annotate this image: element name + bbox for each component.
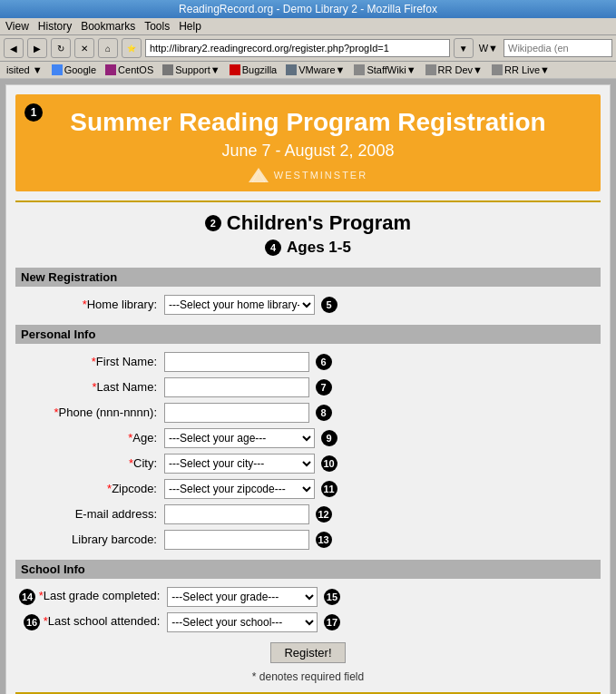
westminster-logo-icon: [249, 168, 269, 182]
svg-marker-0: [249, 168, 269, 182]
age-row: *Age: ---Select your age--- 9: [15, 425, 601, 451]
barcode-badge: 13: [316, 532, 332, 548]
school-badge-left: 16: [24, 614, 40, 630]
home-library-select[interactable]: ---Select your home library---: [164, 295, 315, 315]
school-info-table: 14 *Last grade completed: ---Select your…: [15, 584, 601, 635]
banner-logo-text: WESTMINSTER: [274, 170, 367, 181]
title-bar: ReadingRecord.org - Demo Library 2 - Moz…: [0, 0, 616, 18]
age-select[interactable]: ---Select your age---: [164, 428, 315, 448]
grade-label: 14 *Last grade completed:: [15, 584, 163, 610]
barcode-input[interactable]: [164, 530, 309, 550]
program-title-text: Children's Program: [227, 211, 411, 235]
staffwiki-icon: [354, 64, 365, 75]
city-badge: 10: [321, 455, 337, 472]
required-note: * denotes required field: [15, 670, 601, 683]
zipcode-select[interactable]: ---Select your zipcode---: [164, 479, 315, 499]
banner-badge: 1: [24, 103, 43, 122]
program-title: 2 Children's Program: [15, 211, 601, 235]
search-input[interactable]: [504, 39, 612, 57]
rrdev-icon: [425, 64, 436, 75]
phone-label: *Phone (nnn-nnnn):: [15, 400, 161, 425]
back-button[interactable]: ◀: [4, 38, 24, 58]
banner-subtitle: June 7 - August 2, 2008: [24, 142, 592, 161]
bugzilla-icon: [230, 64, 240, 75]
barcode-label: Library barcode:: [15, 527, 161, 552]
menu-bar: View History Bookmarks Tools Help: [0, 18, 616, 35]
grade-select[interactable]: ---Select your grade---: [167, 587, 318, 607]
bookmark-centos[interactable]: CentOS: [103, 64, 156, 76]
first-name-label: *First Name:: [15, 349, 161, 375]
last-name-badge: 7: [316, 379, 332, 396]
bookmark-rrdev[interactable]: RR Dev▼: [423, 64, 485, 76]
support-icon: [162, 64, 173, 75]
bookmark-staffwiki[interactable]: StaffWiki▼: [351, 64, 418, 76]
reload-button[interactable]: ↻: [51, 38, 71, 58]
zipcode-row: *Zipcode: ---Select your zipcode--- 11: [15, 476, 601, 502]
stop-button[interactable]: ✕: [74, 38, 94, 58]
email-row: E-mail address: 12: [15, 502, 601, 527]
bookmark-support[interactable]: Support▼: [160, 64, 222, 76]
bookmark-visited[interactable]: isited ▼: [4, 64, 45, 76]
first-name-badge: 6: [316, 354, 332, 370]
ages-badge: 4: [265, 239, 281, 256]
menu-bookmarks[interactable]: Bookmarks: [81, 20, 135, 33]
page-content: 1 Summer Reading Program Registration Ju…: [5, 84, 611, 694]
menu-history[interactable]: History: [38, 20, 72, 33]
phone-badge: 8: [316, 405, 332, 421]
address-bar[interactable]: [145, 39, 450, 57]
footer-divider: [15, 692, 601, 694]
home-library-row: *Home library: ---Select your home libra…: [15, 292, 601, 318]
window-title: ReadingRecord.org - Demo Library 2 - Moz…: [179, 3, 437, 15]
first-name-input[interactable]: [164, 352, 309, 372]
toolbar: ◀ ▶ ↻ ✕ ⌂ ⭐ ▼ W▼: [0, 35, 616, 62]
bookmarks-bar: isited ▼ Google CentOS Support▼ Bugzilla…: [0, 62, 616, 79]
bookmark-bugzilla[interactable]: Bugzilla: [227, 64, 280, 76]
home-library-label: *Home library:: [15, 292, 161, 318]
banner-title: Summer Reading Program Registration: [24, 107, 592, 138]
google-icon: [52, 64, 63, 75]
home-library-badge: 5: [321, 297, 337, 313]
school-badge-right: 17: [324, 614, 340, 630]
grade-row: 14 *Last grade completed: ---Select your…: [15, 584, 601, 610]
email-label: E-mail address:: [15, 502, 161, 527]
email-input[interactable]: [164, 504, 309, 524]
menu-tools[interactable]: Tools: [144, 20, 170, 33]
barcode-row: Library barcode: 13: [15, 527, 601, 552]
bookmark-rrlive[interactable]: RR Live▼: [489, 64, 552, 76]
city-label: *City:: [15, 451, 161, 476]
menu-view[interactable]: View: [5, 20, 29, 33]
program-badge: 2: [205, 215, 221, 231]
city-select[interactable]: ---Select your city---: [164, 454, 315, 474]
centos-icon: [105, 64, 116, 75]
menu-help[interactable]: Help: [179, 20, 201, 33]
email-badge: 12: [316, 506, 332, 523]
last-name-input[interactable]: [164, 377, 309, 397]
last-name-label: *Last Name:: [15, 375, 161, 400]
home-button[interactable]: ⌂: [98, 38, 118, 58]
vmware-icon: [286, 64, 297, 75]
rrlive-icon: [492, 64, 503, 75]
bookmark-vmware[interactable]: VMware▼: [283, 64, 347, 76]
phone-row: *Phone (nnn-nnnn): 8: [15, 400, 601, 425]
register-button[interactable]: Register!: [270, 642, 345, 663]
banner-divider: [15, 200, 601, 202]
new-registration-header: New Registration: [15, 268, 601, 287]
banner: 1 Summer Reading Program Registration Ju…: [15, 94, 601, 191]
grade-badge-left: 14: [19, 589, 35, 605]
bookmark-google[interactable]: Google: [49, 64, 99, 76]
school-info-header: School Info: [15, 560, 601, 579]
ages-text: Ages 1-5: [287, 239, 351, 257]
city-row: *City: ---Select your city--- 10: [15, 451, 601, 476]
grade-badge-right: 15: [324, 589, 340, 605]
personal-info-table: *First Name: 6 *Last Name: 7 *Phone (nnn…: [15, 349, 601, 552]
zipcode-label: *Zipcode:: [15, 476, 161, 502]
dropdown-btn[interactable]: ▼: [454, 38, 474, 58]
school-select[interactable]: ---Select your school---: [167, 612, 318, 632]
ages-subtitle: 4 Ages 1-5: [15, 239, 601, 257]
first-name-row: *First Name: 6: [15, 349, 601, 375]
last-name-row: *Last Name: 7: [15, 375, 601, 400]
banner-logo: WESTMINSTER: [24, 168, 592, 182]
bookmark-star[interactable]: ⭐: [122, 38, 142, 58]
forward-button[interactable]: ▶: [27, 38, 47, 58]
phone-input[interactable]: [164, 403, 309, 423]
